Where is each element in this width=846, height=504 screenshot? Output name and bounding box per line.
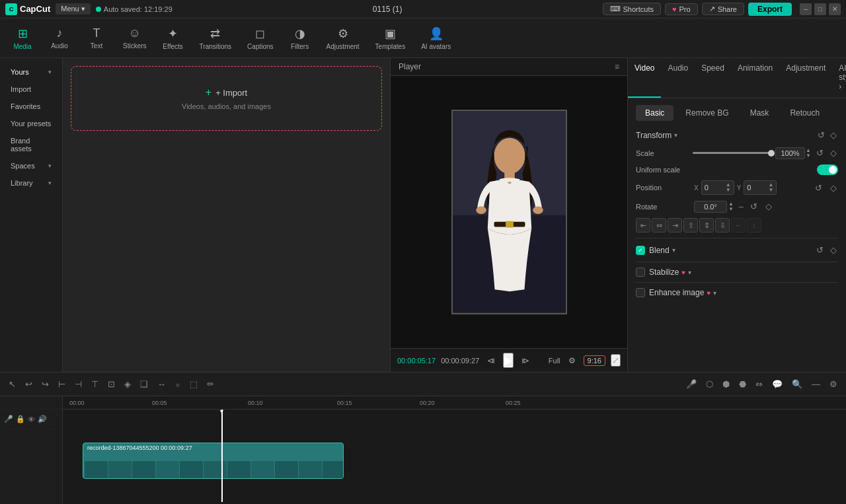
import-button[interactable]: + + Import: [206, 87, 247, 98]
subtab-basic[interactable]: Basic: [636, 105, 673, 121]
menu-button[interactable]: Menu ▾: [56, 3, 91, 15]
pos-y-dn[interactable]: ▼: [768, 188, 773, 193]
insert-button[interactable]: ⬡: [703, 378, 716, 390]
align-left-button[interactable]: ⇤: [636, 218, 650, 233]
align-center-h-button[interactable]: ⇔: [652, 218, 666, 233]
subtab-mask[interactable]: Mask: [741, 105, 779, 121]
scale-keyframe-button[interactable]: ◇: [829, 147, 838, 159]
track-vol-icon[interactable]: 🔊: [38, 415, 47, 423]
rotate-keyframe-button[interactable]: ◇: [764, 200, 773, 213]
position-x-input[interactable]: 0 ▲ ▼: [701, 180, 734, 195]
duplicate-button[interactable]: ❑: [137, 378, 151, 390]
track-mic-icon[interactable]: 🎤: [4, 415, 13, 423]
edit-button[interactable]: ✏: [204, 378, 217, 390]
scale-input[interactable]: [775, 147, 805, 159]
delete-button[interactable]: ⊡: [104, 378, 118, 390]
position-reset-button[interactable]: ↺: [814, 182, 824, 194]
resolution-button[interactable]: Full: [549, 357, 560, 365]
subtab-remove-bg[interactable]: Remove BG: [676, 105, 738, 121]
tab-animation[interactable]: Animation: [731, 58, 779, 98]
zoom-out-button[interactable]: 🔍: [788, 378, 806, 390]
blend-checkbox[interactable]: ✓: [636, 246, 645, 255]
tool-audio[interactable]: ♪ Audio: [42, 24, 77, 52]
uniform-scale-toggle[interactable]: [817, 164, 838, 175]
sidebar-item-library[interactable]: Library ▾: [3, 175, 59, 191]
video-track[interactable]: recorded-13867044555200 00:00:09:27: [83, 443, 344, 479]
track-lock-icon[interactable]: 🔒: [16, 415, 25, 423]
tool-text[interactable]: T Text: [79, 24, 114, 52]
scale-reset-button[interactable]: ↺: [815, 147, 825, 159]
close-button[interactable]: ✕: [829, 3, 841, 15]
align-bottom-button[interactable]: ⇩: [715, 218, 730, 233]
tool-templates[interactable]: ▣ Templates: [369, 24, 412, 53]
tab-video[interactable]: Video: [628, 58, 661, 98]
sidebar-item-import[interactable]: Import: [3, 81, 59, 97]
rotate-input[interactable]: ▲ ▼: [694, 201, 734, 213]
tool-ai-avatars[interactable]: 👤 AI avatars: [414, 24, 457, 53]
export-button[interactable]: Export: [748, 3, 792, 16]
frame-back-button[interactable]: ⧏: [484, 355, 498, 367]
reverse-button[interactable]: ↔: [154, 378, 169, 390]
rotate-value-input[interactable]: [694, 201, 727, 213]
timecode-box[interactable]: 9:16: [584, 355, 605, 366]
shortcuts-button[interactable]: ⌨ Shortcuts: [603, 3, 661, 15]
scale-value-input[interactable]: ▲ ▼: [775, 147, 811, 159]
caption-button[interactable]: 💬: [769, 378, 786, 390]
align-right-button[interactable]: ⇥: [668, 218, 682, 233]
sidebar-item-yours[interactable]: Yours ▾: [3, 64, 59, 80]
split-v-button[interactable]: ⊣: [71, 378, 85, 390]
tab-speed[interactable]: Speed: [695, 58, 731, 98]
mirror-button[interactable]: ⬦: [172, 378, 184, 390]
transform-reset-button[interactable]: ↺: [816, 129, 826, 141]
position-keyframe-button[interactable]: ◇: [829, 182, 838, 194]
rotate-reset-button[interactable]: ↺: [749, 200, 759, 213]
undo-button[interactable]: ↩: [22, 378, 36, 390]
audio-sync-button[interactable]: ⇔: [752, 378, 766, 390]
align-top-button[interactable]: ⇧: [683, 218, 698, 233]
position-y-input[interactable]: 0 ▲ ▼: [744, 180, 777, 195]
freeze-button[interactable]: ◈: [121, 378, 134, 390]
rotate-dn[interactable]: ▼: [728, 207, 734, 212]
split-button[interactable]: ⊢: [55, 378, 69, 390]
subtab-retouch[interactable]: Retouch: [781, 105, 829, 121]
transform-keyframe-button[interactable]: ◇: [829, 129, 838, 141]
import-area[interactable]: + + Import Videos, audios, and images: [71, 66, 382, 131]
sidebar-item-favorites[interactable]: Favorites: [3, 98, 59, 114]
enhance-checkbox[interactable]: [636, 288, 645, 297]
blend-reset-button[interactable]: ↺: [815, 244, 825, 256]
scale-spin-down[interactable]: ▼: [806, 153, 811, 159]
align-center-v-button[interactable]: ⇕: [699, 218, 714, 233]
cursor-tool-button[interactable]: ↖: [5, 378, 19, 390]
tool-media[interactable]: ⊞ Media: [5, 24, 40, 53]
settings-tl-button[interactable]: ⚙: [826, 378, 841, 390]
tool-adjustment[interactable]: ⚙ Adjustment: [320, 24, 366, 53]
tool-transitions[interactable]: ⇄ Transitions: [193, 24, 239, 53]
tab-adjustment[interactable]: Adjustment: [779, 58, 832, 98]
redo-button[interactable]: ↪: [38, 378, 52, 390]
sidebar-item-spaces[interactable]: Spaces ▾: [3, 158, 59, 174]
tab-audio[interactable]: Audio: [661, 58, 695, 98]
pos-x-dn[interactable]: ▼: [726, 188, 731, 193]
fullscreen-button[interactable]: ⤢: [611, 354, 621, 367]
track-eye-icon[interactable]: 👁: [28, 415, 35, 423]
settings-button[interactable]: ⚙: [566, 355, 578, 367]
share-button[interactable]: ↗ Share: [702, 3, 744, 15]
sidebar-item-your-presets[interactable]: Your presets: [3, 116, 59, 131]
align-distribute-h-button[interactable]: ↔: [731, 218, 746, 233]
trim-button[interactable]: ⊤: [88, 378, 102, 390]
mic-button[interactable]: 🎤: [683, 378, 700, 390]
tool-effects[interactable]: ✦ Effects: [156, 24, 190, 53]
tab-ai-style[interactable]: AI style ›: [832, 58, 846, 98]
frame-forward-button[interactable]: ⧐: [519, 355, 532, 367]
stabilize-checkbox[interactable]: [636, 268, 645, 277]
sidebar-item-brand-assets[interactable]: Brand assets: [3, 133, 59, 157]
maximize-button[interactable]: □: [814, 3, 826, 15]
minimize-button[interactable]: –: [800, 3, 812, 15]
replace-button[interactable]: ⬣: [736, 378, 750, 390]
scale-slider[interactable]: [693, 152, 771, 154]
align-distribute-v-button[interactable]: ↕: [747, 218, 761, 233]
blend-keyframe-button[interactable]: ◇: [829, 244, 838, 256]
scale-slider-thumb[interactable]: [768, 150, 775, 157]
tool-captions[interactable]: ◻ Captions: [241, 24, 280, 53]
append-button[interactable]: ⬢: [719, 378, 733, 390]
